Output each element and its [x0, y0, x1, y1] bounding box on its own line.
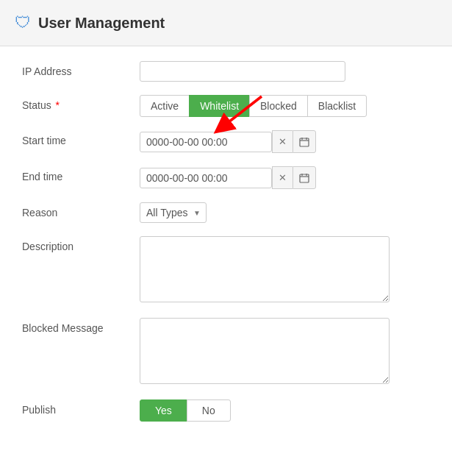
end-time-label: End time	[22, 166, 140, 182]
publish-button-group: Yes No	[140, 399, 430, 422]
description-control	[140, 236, 430, 305]
end-time-clear-button[interactable]: ✕	[272, 166, 293, 189]
description-label: Description	[22, 236, 140, 252]
reason-label: Reason	[22, 202, 140, 219]
ip-address-row: IP Address	[22, 61, 430, 82]
start-time-calendar-button[interactable]	[293, 130, 316, 153]
start-time-clear-button[interactable]: ✕	[272, 130, 293, 153]
end-time-row: End time ✕	[22, 166, 430, 189]
shield-icon: 🛡	[15, 13, 31, 32]
ip-address-input[interactable]	[140, 61, 345, 82]
end-time-input[interactable]	[140, 168, 272, 188]
publish-control: Yes No	[140, 399, 430, 422]
publish-no-button[interactable]: No	[187, 399, 231, 422]
reason-control: All Types	[140, 202, 430, 223]
calendar-icon-end	[299, 173, 309, 183]
blocked-message-label: Blocked Message	[22, 318, 140, 334]
status-label: Status *	[22, 95, 140, 111]
end-time-datetime-wrap: ✕	[140, 166, 430, 189]
end-time-control: ✕	[140, 166, 430, 189]
status-button-group: Active Whitelist Blocked Blacklist	[140, 95, 430, 117]
blocked-message-control	[140, 318, 430, 386]
svg-rect-6	[300, 174, 309, 182]
publish-label: Publish	[22, 399, 140, 416]
start-time-input[interactable]	[140, 132, 272, 152]
page-header: 🛡 User Management	[0, 0, 452, 46]
start-time-row: Start time ✕	[22, 130, 430, 153]
blocked-message-row: Blocked Message	[22, 318, 430, 386]
description-row: Description	[22, 236, 430, 305]
blocked-message-textarea[interactable]	[140, 318, 390, 384]
reason-select-wrapper: All Types	[140, 202, 207, 223]
reason-row: Reason All Types	[22, 202, 430, 223]
description-textarea[interactable]	[140, 236, 390, 302]
status-whitelist-button[interactable]: Whitelist	[189, 95, 250, 117]
publish-yes-button[interactable]: Yes	[140, 399, 187, 422]
page-title: User Management	[38, 15, 165, 32]
required-marker: *	[53, 99, 60, 111]
status-row: Status * Active Whitelist Blocked Blackl…	[22, 95, 430, 117]
calendar-icon	[299, 137, 309, 147]
svg-rect-2	[300, 138, 309, 146]
publish-row: Publish Yes No	[22, 399, 430, 422]
end-time-calendar-button[interactable]	[293, 166, 316, 189]
ip-address-control	[140, 61, 430, 82]
status-blocked-button[interactable]: Blocked	[249, 95, 308, 117]
status-blacklist-button[interactable]: Blacklist	[307, 95, 367, 117]
status-active-button[interactable]: Active	[140, 95, 190, 117]
reason-select[interactable]: All Types	[140, 202, 207, 223]
status-control: Active Whitelist Blocked Blacklist	[140, 95, 430, 117]
start-time-control: ✕	[140, 130, 430, 153]
start-time-datetime-wrap: ✕	[140, 130, 430, 153]
form-container: IP Address Status * Active Whitelist Blo…	[0, 46, 452, 450]
start-time-label: Start time	[22, 130, 140, 146]
ip-address-label: IP Address	[22, 61, 140, 77]
